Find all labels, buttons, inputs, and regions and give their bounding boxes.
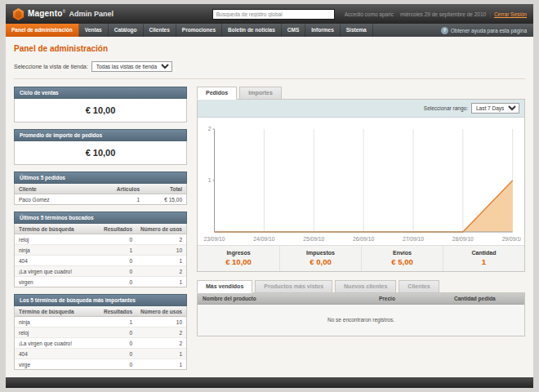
grid-header: Nombre del producto Precio Cantidad pedi… — [198, 293, 524, 305]
separator: | — [489, 11, 491, 17]
column-header: Término de búsqueda — [15, 224, 100, 234]
nav-item-customers[interactable]: Clientes — [144, 24, 176, 37]
panel-title: Los 5 términos de búsqueda más important… — [14, 294, 187, 306]
empty-grid-message: No se encontraron registros. — [198, 305, 524, 336]
user-info: Accedió como aparic miércoles 29 de sept… — [345, 11, 527, 17]
average-order-value: € 10,00 — [15, 141, 186, 164]
total-revenue: Ingresos € 10,00 — [198, 246, 279, 271]
brand-suffix: Admin Panel — [69, 10, 114, 18]
store-view-label: Seleccione la vista de tienda: — [14, 64, 88, 69]
table-row[interactable]: virge01 — [15, 359, 186, 370]
orders-chart: 1223/09/1024/09/1025/09/1026/09/1027/09/… — [201, 124, 521, 245]
svg-text:29/09/10: 29/09/10 — [502, 236, 521, 242]
svg-text:24/09/10: 24/09/10 — [253, 236, 274, 242]
table-row[interactable]: reloj02 — [15, 327, 186, 338]
content-area: Panel de administración Seleccione la vi… — [6, 37, 533, 372]
tab-amounts[interactable]: Importes — [239, 87, 282, 100]
column-header: Término de búsqueda — [15, 306, 100, 317]
grids-tabs: Más vendidos Productos más vistos Nuevos… — [197, 280, 525, 293]
total-shipping: Envíos € 5,00 — [361, 246, 443, 271]
table-row[interactable]: ninja110 — [15, 245, 186, 256]
tab-new-customers[interactable]: Nuevos clientes — [335, 280, 396, 293]
help-icon: ? — [441, 27, 448, 34]
panel-title: Promedio de importe de pedidos — [14, 129, 187, 141]
range-label: Seleccionar rango: — [424, 105, 468, 111]
column-header: Artículos — [113, 184, 144, 194]
nav-item-system[interactable]: Sistema — [341, 24, 373, 37]
tab-bestsellers[interactable]: Más vendidos — [197, 280, 252, 293]
page-title: Panel de administración — [14, 44, 525, 53]
svg-text:1: 1 — [208, 177, 212, 183]
tab-orders[interactable]: Pedidos — [197, 87, 237, 100]
tab-most-viewed[interactable]: Productos más vistos — [255, 280, 332, 293]
nav-item-promotions[interactable]: Promociones — [176, 24, 222, 37]
registered-mark: ® — [63, 9, 66, 14]
lifetime-sales-value: € 10,00 — [15, 99, 186, 122]
svg-text:2: 2 — [208, 126, 212, 131]
top-header: Magento® Admin Panel Accedió como aparic… — [6, 4, 533, 24]
chart-area: 1223/09/1024/09/1025/09/1026/09/1027/09/… — [198, 118, 524, 245]
bestsellers-grid: Nombre del producto Precio Cantidad pedi… — [197, 292, 525, 336]
table-row[interactable]: reloj02 — [15, 234, 186, 245]
nav-item-reports[interactable]: Informes — [305, 24, 340, 37]
table-row[interactable]: ninja110 — [15, 317, 186, 327]
current-date: miércoles 29 de septiembre de 2010 — [400, 11, 486, 17]
nav-item-cms[interactable]: CMS — [282, 24, 305, 37]
global-search-input[interactable] — [212, 9, 335, 20]
column-header: Total — [144, 184, 186, 194]
brand-name: Magento® — [28, 9, 65, 18]
total-quantity: Cantidad 1 — [443, 246, 524, 271]
chart-box: Seleccionar rango: Last 7 Days 1223/09/1… — [197, 99, 525, 272]
column-header: Número de usos — [136, 224, 186, 234]
table-row[interactable]: Paco Gomez 1 € 15,00 — [15, 194, 186, 205]
column-header: Resultados — [100, 306, 136, 317]
last-orders-panel: Últimos 5 pedidos Cliente Artículos Tota… — [14, 172, 187, 205]
totals-strip: Ingresos € 10,00 Impuestos € 0,00 Envíos… — [198, 245, 524, 271]
magento-logo-icon — [12, 8, 24, 20]
table-row[interactable]: ¡La virgen que cuadro!02 — [15, 338, 186, 349]
table-row[interactable]: virgen01 — [15, 277, 186, 287]
logged-in-as: Accedió como aparic — [345, 11, 394, 17]
column-header: Nombre del producto — [198, 293, 374, 304]
nav-item-dashboard[interactable]: Panel de administración — [6, 24, 79, 37]
svg-text:25/09/10: 25/09/10 — [303, 236, 324, 242]
dashboard-right-column: Pedidos Importes Seleccionar rango: Last… — [197, 87, 525, 372]
store-view-select[interactable]: Todas las vistas de tienda — [91, 61, 172, 72]
table-row[interactable]: 40401 — [15, 349, 186, 359]
column-header: Precio — [374, 293, 449, 304]
nav-item-catalog[interactable]: Catálogo — [109, 24, 144, 37]
panel-title: Últimos 5 pedidos — [14, 172, 187, 184]
top-search-panel: Los 5 términos de búsqueda más important… — [14, 294, 187, 370]
main-nav: Panel de administración Ventas Catálogo … — [6, 24, 533, 37]
last-search-panel: Últimos 5 términos buscados Término de b… — [14, 212, 187, 287]
range-select[interactable]: Last 7 Days — [471, 103, 519, 114]
column-header: Cliente — [15, 184, 113, 194]
panel-title: Últimos 5 términos buscados — [14, 212, 187, 224]
nav-item-sales[interactable]: Ventas — [79, 24, 109, 37]
dashboard-left-column: Ciclo de ventas € 10,00 Promedio de impo… — [14, 87, 187, 372]
column-header: Número de usos — [136, 306, 186, 317]
admin-page: Magento® Admin Panel Accedió como aparic… — [6, 4, 533, 388]
panel-title: Ciclo de ventas — [14, 87, 187, 99]
nav-item-newsletter[interactable]: Boletín de noticias — [222, 24, 282, 37]
total-tax: Impuestos € 0,00 — [279, 246, 361, 271]
store-view-bar: Seleccione la vista de tienda: Todas las… — [14, 61, 525, 72]
average-order-panel: Promedio de importe de pedidos € 10,00 — [14, 129, 187, 165]
column-header: Resultados — [100, 224, 136, 234]
divider — [14, 78, 525, 79]
lifetime-sales-panel: Ciclo de ventas € 10,00 — [14, 87, 187, 122]
chart-toolbar: Seleccionar rango: Last 7 Days — [198, 100, 524, 118]
tab-customers[interactable]: Clientes — [399, 280, 439, 293]
help-label: Obtener ayuda para esta página — [451, 28, 527, 33]
page-help-link[interactable]: ? Obtener ayuda para esta página — [441, 24, 527, 37]
table-row[interactable]: 40401 — [15, 256, 186, 266]
logout-link[interactable]: Cerrar Sesión — [494, 11, 527, 17]
svg-text:27/09/10: 27/09/10 — [403, 236, 424, 242]
footer-bar — [6, 377, 533, 388]
diagram-tabs: Pedidos Importes — [197, 87, 525, 100]
svg-text:26/09/10: 26/09/10 — [353, 236, 374, 242]
svg-text:23/09/10: 23/09/10 — [203, 236, 225, 242]
svg-text:28/09/10: 28/09/10 — [452, 236, 474, 242]
column-header: Cantidad pedida — [449, 293, 524, 304]
table-row[interactable]: ¡La virgen que cuadro!02 — [15, 266, 186, 277]
